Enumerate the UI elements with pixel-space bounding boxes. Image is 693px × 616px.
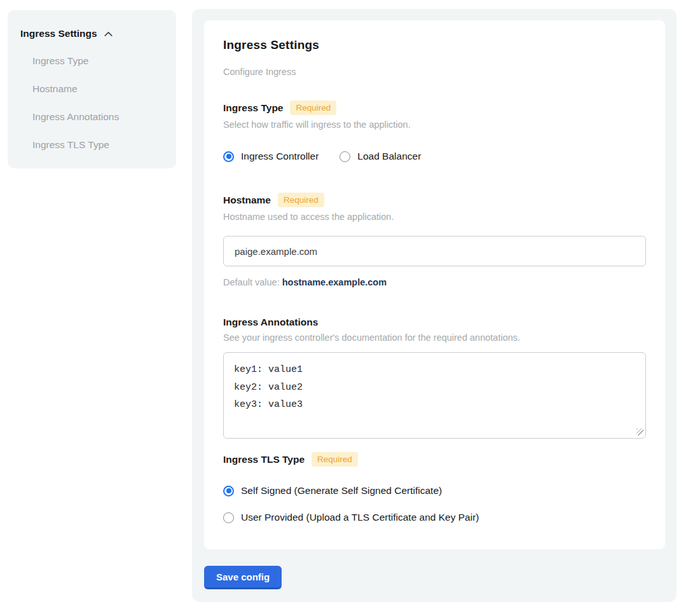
- tls-type-heading: Ingress TLS Type Required: [223, 452, 646, 467]
- ingress-settings-card: Ingress Settings Configure Ingress Ingre…: [204, 20, 665, 549]
- ingress-type-heading: Ingress Type Required: [223, 100, 646, 115]
- radio-self-signed[interactable]: Self Signed (Generate Self Signed Certif…: [223, 485, 646, 496]
- default-value-text: hostname.example.com: [282, 277, 387, 287]
- radio-label: Ingress Controller: [241, 151, 319, 162]
- sidebar-item-ingress-tls-type[interactable]: Ingress TLS Type: [32, 139, 163, 151]
- tls-type-label: Ingress TLS Type: [223, 454, 305, 465]
- ingress-type-label: Ingress Type: [223, 102, 283, 114]
- radio-label: User Provided (Upload a TLS Certificate …: [241, 512, 479, 523]
- radio-selected-icon: [223, 486, 234, 496]
- required-badge: Required: [290, 100, 336, 115]
- default-value-prefix: Default value:: [223, 277, 282, 287]
- annotations-heading: Ingress Annotations: [223, 317, 646, 328]
- page-title: Ingress Settings: [223, 38, 646, 52]
- hostname-description: Hostname used to access the application.: [223, 212, 646, 222]
- annotations-label: Ingress Annotations: [223, 317, 318, 328]
- sidebar: Ingress Settings Ingress Type Hostname I…: [8, 10, 176, 168]
- annotations-textarea[interactable]: key1: value1 key2: value2 key3: value3: [223, 352, 646, 439]
- radio-selected-icon: [223, 151, 234, 162]
- sidebar-item-hostname[interactable]: Hostname: [32, 83, 163, 95]
- resize-handle-icon[interactable]: [636, 428, 643, 435]
- sidebar-item-ingress-annotations[interactable]: Ingress Annotations: [32, 111, 163, 123]
- hostname-label: Hostname: [223, 195, 271, 206]
- tls-type-radio-group: Self Signed (Generate Self Signed Certif…: [223, 485, 646, 523]
- sidebar-items: Ingress Type Hostname Ingress Annotation…: [20, 55, 163, 151]
- radio-ingress-controller[interactable]: Ingress Controller: [223, 151, 319, 162]
- annotations-textarea-wrap: key1: value1 key2: value2 key3: value3: [223, 352, 646, 439]
- radio-unselected-icon: [223, 512, 234, 523]
- radio-user-provided[interactable]: User Provided (Upload a TLS Certificate …: [223, 512, 646, 523]
- ingress-type-radio-group: Ingress Controller Load Balancer: [223, 151, 646, 162]
- required-badge: Required: [312, 452, 358, 467]
- annotations-description: See your ingress controller's documentat…: [223, 332, 646, 343]
- radio-label: Self Signed (Generate Self Signed Certif…: [241, 485, 442, 496]
- hostname-default-helper: Default value: hostname.example.com: [223, 277, 646, 287]
- radio-unselected-icon: [340, 151, 350, 162]
- sidebar-item-ingress-type[interactable]: Ingress Type: [32, 55, 163, 67]
- sidebar-group-ingress-settings[interactable]: Ingress Settings: [20, 27, 163, 39]
- settings-panel: Ingress Settings Configure Ingress Ingre…: [192, 9, 676, 602]
- hostname-input[interactable]: [223, 236, 646, 266]
- page-subtitle: Configure Ingress: [223, 67, 646, 77]
- save-config-button[interactable]: Save config: [204, 566, 282, 589]
- hostname-heading: Hostname Required: [223, 193, 646, 207]
- radio-load-balancer[interactable]: Load Balancer: [340, 151, 421, 162]
- chevron-up-icon: [103, 29, 114, 39]
- sidebar-group-label: Ingress Settings: [20, 28, 97, 39]
- radio-label: Load Balancer: [357, 151, 421, 162]
- required-badge: Required: [278, 193, 324, 207]
- ingress-type-description: Select how traffic will ingress to the a…: [223, 120, 646, 130]
